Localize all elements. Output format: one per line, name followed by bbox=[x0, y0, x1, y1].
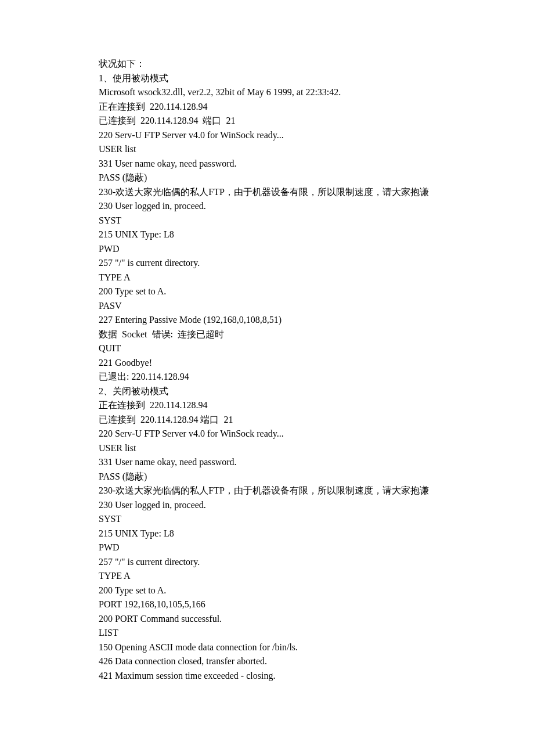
text-line: 状况如下： bbox=[99, 57, 435, 71]
text-line: 200 Type set to A. bbox=[99, 285, 435, 299]
text-line: 257 "/" is current directory. bbox=[99, 555, 435, 570]
text-line: 220 Serv-U FTP Server v4.0 for WinSock r… bbox=[99, 128, 435, 143]
text-line: 331 User name okay, need password. bbox=[99, 455, 435, 470]
text-line: 257 "/" is current directory. bbox=[99, 256, 435, 271]
text-line: PORT 192,168,10,105,5,166 bbox=[99, 597, 435, 612]
text-line: 421 Maximum session time exceeded - clos… bbox=[99, 669, 435, 683]
text-line: 230-欢送大家光临偶的私人FTP，由于机器设备有限，所以限制速度，请大家抱谦 bbox=[99, 484, 435, 498]
text-line: 正在连接到 220.114.128.94 bbox=[99, 100, 435, 114]
text-line: 2、关闭被动模式 bbox=[99, 384, 435, 399]
text-line: 221 Goodbye! bbox=[99, 356, 435, 370]
text-line: SYST bbox=[99, 214, 435, 228]
text-line: 215 UNIX Type: L8 bbox=[99, 228, 435, 242]
text-line: 数据 Socket 错误: 连接已超时 bbox=[99, 327, 435, 342]
text-line: 230 User logged in, proceed. bbox=[99, 199, 435, 214]
text-line: TYPE A bbox=[99, 271, 435, 285]
text-line: 已连接到 220.114.128.94 端口 21 bbox=[99, 413, 435, 427]
text-line: PASS (隐蔽) bbox=[99, 470, 435, 484]
text-line: 已退出: 220.114.128.94 bbox=[99, 370, 435, 384]
text-line: 200 PORT Command successful. bbox=[99, 612, 435, 627]
text-line: PASS (隐蔽) bbox=[99, 171, 435, 185]
text-line: PWD bbox=[99, 242, 435, 257]
text-line: TYPE A bbox=[99, 569, 435, 584]
text-line: 230-欢送大家光临偶的私人FTP，由于机器设备有限，所以限制速度，请大家抱谦 bbox=[99, 185, 435, 200]
text-line: LIST bbox=[99, 626, 435, 640]
text-line: 426 Data connection closed, transfer abo… bbox=[99, 654, 435, 669]
text-line: PASV bbox=[99, 299, 435, 314]
text-line: 已连接到 220.114.128.94 端口 21 bbox=[99, 114, 435, 128]
text-line: 227 Entering Passive Mode (192,168,0,108… bbox=[99, 313, 435, 327]
text-line: 150 Opening ASCII mode data connection f… bbox=[99, 640, 435, 655]
text-line: 200 Type set to A. bbox=[99, 584, 435, 598]
text-line: 正在连接到 220.114.128.94 bbox=[99, 398, 435, 413]
text-line: 1、使用被动模式 bbox=[99, 71, 435, 86]
text-line: PWD bbox=[99, 541, 435, 555]
text-line: 331 User name okay, need password. bbox=[99, 157, 435, 171]
text-line: 220 Serv-U FTP Server v4.0 for WinSock r… bbox=[99, 427, 435, 441]
text-line: SYST bbox=[99, 512, 435, 527]
text-line: USER list bbox=[99, 441, 435, 456]
text-line: 215 UNIX Type: L8 bbox=[99, 527, 435, 541]
text-line: USER list bbox=[99, 142, 435, 157]
text-line: Microsoft wsock32.dll, ver2.2, 32bit of … bbox=[99, 85, 435, 100]
text-line: 230 User logged in, proceed. bbox=[99, 498, 435, 513]
text-line: QUIT bbox=[99, 341, 435, 356]
document-page: 状况如下： 1、使用被动模式 Microsoft wsock32.dll, ve… bbox=[0, 0, 534, 756]
